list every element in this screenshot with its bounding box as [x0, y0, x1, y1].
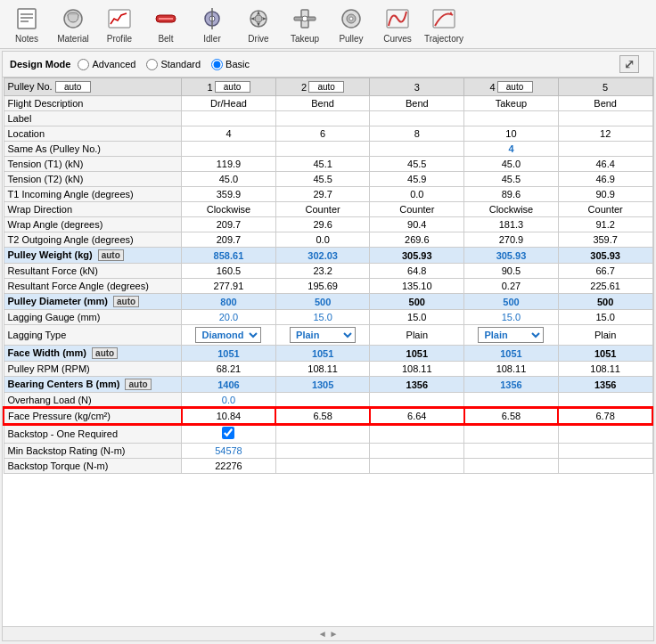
takeup-icon — [291, 4, 319, 33]
row-label: Resultant Force Angle (degrees) — [4, 279, 182, 294]
svg-point-13 — [255, 15, 262, 22]
toolbar-item-curves[interactable]: Curves — [374, 2, 421, 46]
cell: 45.0 — [464, 157, 559, 172]
cell: 277.91 — [182, 279, 276, 294]
cell: 90.9 — [558, 187, 652, 202]
cell — [558, 142, 652, 157]
cell — [558, 459, 652, 474]
cell: 0.27 — [464, 279, 559, 294]
table-row: Resultant Force Angle (degrees) 277.91 1… — [4, 279, 652, 294]
cell-dropdown[interactable]: Diamond Plain — [182, 325, 276, 346]
cell — [558, 424, 652, 444]
cell: Counter — [275, 202, 370, 217]
cell: 12 — [558, 126, 652, 142]
lagging-type-select-4[interactable]: Plain Diamond — [478, 327, 544, 343]
cell[interactable] — [182, 424, 276, 444]
cell: 29.7 — [275, 187, 370, 202]
cell: 64.8 — [370, 264, 464, 279]
cell — [370, 111, 464, 126]
curves-label: Curves — [383, 34, 412, 44]
cell: 1051 — [558, 346, 652, 362]
table-row-section: Pulley Weight (kg) auto 858.61 302.03 30… — [4, 248, 652, 264]
svg-rect-8 — [159, 18, 173, 20]
toolbar-item-belt[interactable]: Belt — [143, 2, 189, 46]
design-mode-basic[interactable]: Basic — [211, 59, 250, 70]
cell: 1051 — [275, 346, 370, 362]
row-label: Tension (T1) (kN) — [4, 157, 182, 172]
svg-rect-0 — [18, 9, 36, 29]
toolbar-item-pulley[interactable]: Pulley — [328, 2, 374, 46]
cell — [275, 111, 370, 126]
cell — [275, 459, 370, 474]
cell: Takeup — [464, 96, 559, 111]
col2-auto-input[interactable] — [308, 81, 344, 93]
table-row: Wrap Angle (degrees) 209.7 29.6 90.4 181… — [4, 217, 652, 232]
cell: 29.6 — [275, 217, 370, 232]
cell: 6.64 — [370, 408, 464, 424]
col1-auto-input[interactable] — [215, 81, 250, 93]
row-label: Tension (T2) (kN) — [4, 172, 182, 187]
cell: Dr/Head — [182, 96, 276, 111]
table-row-highlighted: Face Pressure (kg/cm²) 10.84 6.58 6.64 6… — [4, 408, 652, 424]
expand-button[interactable]: ⤢ — [619, 55, 639, 73]
cell — [275, 444, 370, 459]
row-label: Backstop - One Required — [4, 424, 182, 444]
row-label: Min Backstop Rating (N-m) — [4, 444, 182, 459]
cell — [182, 111, 276, 126]
trajectory-icon — [430, 4, 458, 33]
row-label: Overhang Load (N) — [4, 393, 182, 409]
cell: 90.5 — [464, 264, 559, 279]
toolbar-item-profile[interactable]: Profile — [96, 2, 143, 46]
table-row: Tension (T1) (kN) 119.9 45.1 45.5 45.0 4… — [4, 157, 652, 172]
cell — [275, 142, 370, 157]
cell: 15.0 — [558, 310, 652, 325]
cell: 305.93 — [370, 248, 464, 264]
toolbar-item-takeup[interactable]: Takeup — [282, 2, 328, 46]
cell: 209.7 — [182, 217, 276, 232]
table-row: Overhang Load (N) 0.0 — [4, 393, 652, 409]
cell: 6.58 — [464, 408, 559, 424]
trajectory-label: Trajectory — [424, 34, 463, 44]
backstop-checkbox[interactable] — [222, 427, 234, 439]
toolbar-item-drive[interactable]: Drive — [235, 2, 282, 46]
lagging-type-select-1[interactable]: Diamond Plain — [195, 327, 261, 343]
cell: 500 — [464, 294, 559, 310]
row-label: Location — [4, 126, 182, 142]
table-row: Lagging Gauge (mm) 20.0 15.0 15.0 15.0 1… — [4, 310, 652, 325]
cell-dropdown[interactable]: Plain Diamond — [464, 325, 559, 346]
row-label: Face Pressure (kg/cm²) — [4, 408, 182, 424]
table-wrapper[interactable]: Pulley No. 1 2 — [3, 77, 653, 626]
scrollbar[interactable]: ◄ ► — [3, 626, 653, 640]
cell: 1356 — [464, 377, 559, 393]
toolbar-item-notes[interactable]: Notes — [4, 2, 50, 46]
design-mode-label: Design Mode — [10, 59, 70, 69]
cell: 135.10 — [370, 279, 464, 294]
toolbar: Notes Material Profile Bel — [0, 0, 656, 49]
cell: 89.6 — [464, 187, 559, 202]
design-mode-standard[interactable]: Standard — [146, 59, 201, 70]
cell: 54578 — [182, 444, 276, 459]
col4-auto-input[interactable] — [497, 81, 533, 93]
lagging-type-select-2[interactable]: Plain Diamond — [290, 327, 356, 343]
cell-dropdown[interactable]: Plain Diamond — [275, 325, 370, 346]
cell — [464, 444, 559, 459]
cell: Bend — [275, 96, 370, 111]
cell: 45.5 — [275, 172, 370, 187]
cell: 4 — [464, 142, 559, 157]
cell: 8 — [370, 126, 464, 142]
cell: 359.7 — [558, 232, 652, 248]
cell: 1305 — [275, 377, 370, 393]
pulley-no-header: Pulley No. — [4, 78, 182, 96]
row-label: T1 Incoming Angle (degrees) — [4, 187, 182, 202]
col-header-1: 1 — [182, 78, 276, 96]
toolbar-item-idler[interactable]: Idler — [189, 2, 235, 46]
cell: 1051 — [370, 346, 464, 362]
design-mode-advanced[interactable]: Advanced — [78, 59, 135, 70]
cell: 4 — [182, 126, 276, 142]
cell: Bend — [370, 96, 464, 111]
table-row: T1 Incoming Angle (degrees) 359.9 29.7 0… — [4, 187, 652, 202]
toolbar-item-trajectory[interactable]: Trajectory — [421, 2, 467, 46]
toolbar-item-material[interactable]: Material — [50, 2, 96, 46]
material-icon — [59, 4, 87, 33]
pulley-no-auto-input[interactable] — [55, 81, 91, 93]
